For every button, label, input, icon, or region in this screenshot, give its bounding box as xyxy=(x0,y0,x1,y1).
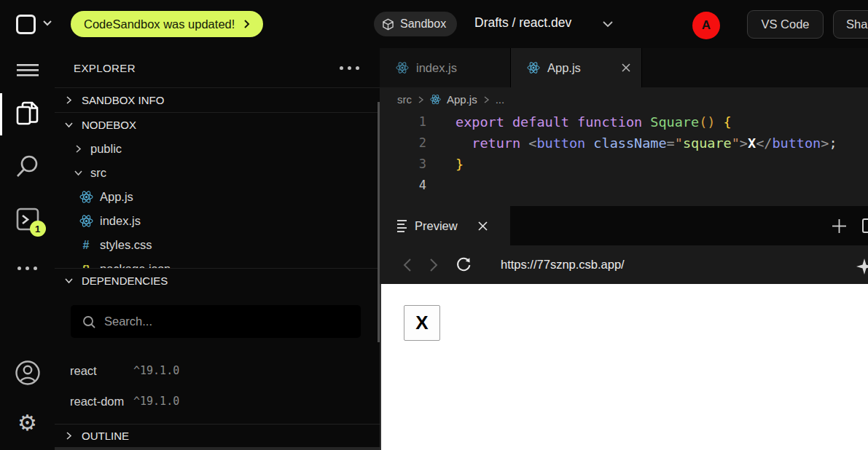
breadcrumb-file[interactable]: App.js xyxy=(447,93,477,106)
chevron-right-icon xyxy=(483,95,490,104)
explorer-menu-icon[interactable] xyxy=(340,66,359,70)
share-button[interactable]: Share xyxy=(833,10,868,39)
cube-icon xyxy=(382,18,394,31)
top-bar: CodeSandbox was updated! Sandbox Drafts … xyxy=(0,0,868,48)
file-tree: public src App.js index.js # styles.c xyxy=(55,137,380,268)
square-button[interactable]: X xyxy=(404,305,440,341)
explorer-files-icon[interactable] xyxy=(0,100,55,127)
terminal-badge: 1 xyxy=(30,221,46,237)
code-text: } xyxy=(426,154,464,175)
file-package-json[interactable]: {} package.json xyxy=(55,257,380,268)
dependency-search-input[interactable] xyxy=(104,315,337,328)
dependency-row[interactable]: react ^19.1.0 xyxy=(55,355,380,386)
chevron-down-icon xyxy=(73,167,84,178)
refresh-icon[interactable] xyxy=(455,257,472,273)
add-pane-icon[interactable] xyxy=(831,218,848,234)
code-lines: 1export default function Square() {2 ret… xyxy=(380,111,868,196)
breadcrumb: src App.js ... xyxy=(380,87,868,111)
chevron-down-icon xyxy=(63,275,74,286)
chevron-down-icon[interactable] xyxy=(42,20,52,27)
line-number: 1 xyxy=(380,111,426,133)
terminal-icon[interactable]: 1 xyxy=(0,208,55,231)
code-text xyxy=(426,175,455,196)
breadcrumb-tail[interactable]: ... xyxy=(496,93,505,106)
code-text: export default function Square() { xyxy=(426,111,732,133)
sparkle-icon[interactable] xyxy=(856,258,868,275)
back-icon[interactable] xyxy=(403,258,412,272)
dependency-row[interactable]: react-dom ^19.1.0 xyxy=(55,386,380,417)
editor-column: index.js App.js src App.js ... 1export d… xyxy=(380,48,868,450)
search-icon xyxy=(82,315,95,328)
code-text: return <button className="square">X</but… xyxy=(426,133,837,154)
menu-hamburger-icon[interactable] xyxy=(0,63,55,76)
react-file-icon xyxy=(527,61,540,74)
preview-tab[interactable]: Preview xyxy=(380,206,510,245)
preview-panel: Preview xyxy=(380,206,868,450)
sidebar-bottom-divider xyxy=(55,447,380,450)
preview-list-icon xyxy=(397,220,407,232)
layout-pane-icon[interactable] xyxy=(862,218,868,233)
line-number: 3 xyxy=(380,154,426,175)
url-field[interactable]: https://77sznp.csb.app/ xyxy=(501,258,625,272)
dependency-search[interactable] xyxy=(71,305,361,338)
close-preview-icon[interactable] xyxy=(477,221,488,232)
file-index-js[interactable]: index.js xyxy=(55,209,380,233)
section-sandbox-info[interactable]: SANDBOX INFO xyxy=(55,88,380,113)
line-number: 2 xyxy=(380,133,426,154)
code-line[interactable]: 2 return <button className="square">X</b… xyxy=(380,133,868,154)
explorer-header: EXPLORER xyxy=(55,48,380,88)
chevron-right-icon xyxy=(73,143,84,154)
account-icon[interactable] xyxy=(0,360,55,386)
chevron-down-icon[interactable] xyxy=(602,20,614,28)
chevron-right-icon xyxy=(243,19,250,29)
avatar[interactable]: A xyxy=(692,12,720,39)
chevron-right-icon xyxy=(63,430,74,441)
update-banner-label: CodeSandbox was updated! xyxy=(84,17,235,31)
code-line[interactable]: 4 xyxy=(380,175,868,196)
chevron-right-icon xyxy=(418,95,424,104)
json-file-icon: {} xyxy=(79,263,93,268)
chevron-down-icon xyxy=(63,119,74,130)
code-line[interactable]: 3} xyxy=(380,154,868,175)
tab-app-js[interactable]: App.js xyxy=(511,48,642,87)
react-file-icon xyxy=(79,190,93,204)
search-icon[interactable] xyxy=(0,154,55,178)
vscode-button[interactable]: VS Code xyxy=(747,10,824,39)
code-line[interactable]: 1export default function Square() { xyxy=(380,111,868,133)
update-banner[interactable]: CodeSandbox was updated! xyxy=(71,11,263,37)
folder-src[interactable]: src xyxy=(55,161,380,185)
explorer-title: EXPLORER xyxy=(74,62,136,74)
line-number: 4 xyxy=(380,175,426,196)
project-breadcrumb[interactable]: Drafts / react.dev xyxy=(474,15,571,31)
code-editor: src App.js ... 1export default function … xyxy=(380,87,868,206)
codesandbox-logo-icon[interactable] xyxy=(16,15,36,34)
file-app-js[interactable]: App.js xyxy=(55,185,380,209)
editor-tabs: index.js App.js xyxy=(380,48,868,87)
sandbox-badge[interactable]: Sandbox xyxy=(374,12,457,36)
dependency-list: react ^19.1.0 react-dom ^19.1.0 xyxy=(55,355,380,417)
css-file-icon: # xyxy=(79,239,93,252)
breadcrumb-root[interactable]: src xyxy=(397,93,412,106)
activity-bar: 1 xyxy=(0,48,55,450)
section-dependencies[interactable]: DEPENDENCIES xyxy=(55,268,380,293)
section-outline[interactable]: OUTLINE xyxy=(55,424,380,447)
react-file-icon xyxy=(396,61,409,74)
more-options-icon[interactable] xyxy=(0,267,55,270)
tab-index-js[interactable]: index.js xyxy=(380,48,511,87)
file-styles-css[interactable]: # styles.css xyxy=(55,233,380,257)
forward-icon[interactable] xyxy=(429,258,438,272)
browser-preview: X xyxy=(380,284,868,450)
sandbox-badge-label: Sandbox xyxy=(400,17,446,31)
react-file-icon xyxy=(79,214,93,228)
react-file-icon xyxy=(430,94,441,105)
chevron-right-icon xyxy=(63,95,74,106)
explorer-sidebar: EXPLORER SANDBOX INFO NODEBOX public src xyxy=(55,48,380,450)
browser-toolbar: https://77sznp.csb.app/ xyxy=(380,245,868,284)
close-tab-icon[interactable] xyxy=(621,63,631,73)
folder-public[interactable]: public xyxy=(55,137,380,161)
settings-gear-icon[interactable] xyxy=(0,412,55,434)
preview-tab-bar: Preview xyxy=(380,206,868,245)
section-nodebox[interactable]: NODEBOX xyxy=(55,113,380,137)
